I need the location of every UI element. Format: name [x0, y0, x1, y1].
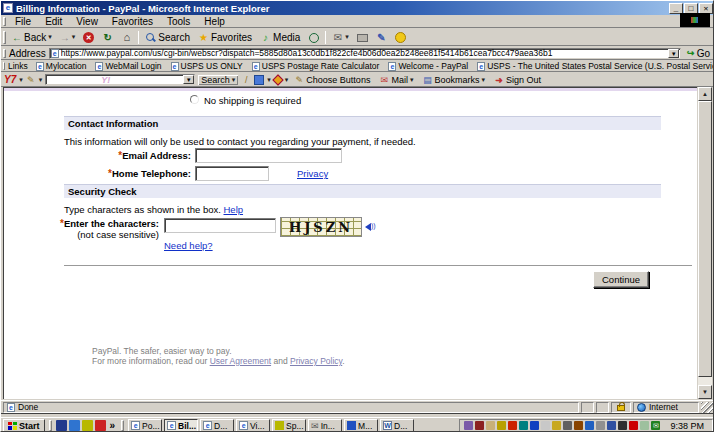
yahoo-mail-button[interactable]: ✉ Mail ▾: [376, 75, 416, 85]
minimize-button[interactable]: _: [669, 3, 683, 14]
tray-icon-6[interactable]: [519, 421, 528, 430]
privacy-link[interactable]: Privacy: [297, 168, 328, 179]
quicklaunch-icon-4[interactable]: [95, 420, 106, 431]
yahoo-antispy-icon[interactable]: [272, 74, 283, 85]
yahoo-apps-icon[interactable]: [254, 75, 264, 85]
yahoo-logo[interactable]: Y7: [4, 74, 16, 85]
tray-icon-7[interactable]: [530, 421, 539, 430]
help-link[interactable]: Help: [223, 204, 243, 215]
yahoo-pencil-icon[interactable]: ✎: [26, 75, 36, 85]
tray-icon-14[interactable]: [607, 421, 616, 430]
menu-grip[interactable]: [3, 17, 6, 26]
history-button[interactable]: [304, 31, 323, 44]
task-button-inbox[interactable]: ✉In...: [308, 419, 342, 432]
task-button-1[interactable]: ePo...: [128, 419, 162, 432]
task-button-7[interactable]: M...: [344, 419, 378, 432]
tray-icon-3[interactable]: [486, 421, 495, 430]
scroll-up-icon[interactable]: ▲: [698, 87, 712, 101]
edit-button[interactable]: ✎: [372, 31, 391, 44]
search-button[interactable]: Search: [141, 31, 194, 44]
menu-help[interactable]: Help: [197, 15, 232, 28]
menu-view[interactable]: View: [69, 15, 105, 28]
menu-tools[interactable]: Tools: [160, 15, 197, 28]
tray-icon-4[interactable]: [497, 421, 506, 430]
menu-favorites[interactable]: Favorites: [105, 15, 160, 28]
messenger-button[interactable]: [391, 31, 410, 44]
tray-volume-icon[interactable]: [574, 421, 583, 430]
captcha-input[interactable]: [164, 218, 276, 233]
tray-network-icon[interactable]: [585, 421, 594, 430]
print-button[interactable]: [353, 31, 372, 43]
tray-icon-13[interactable]: [596, 421, 605, 430]
scrollbar-thumb[interactable]: [698, 101, 712, 377]
go-button[interactable]: ↪ Go: [684, 48, 713, 59]
menu-edit[interactable]: Edit: [38, 15, 69, 28]
tray-icon-1[interactable]: [464, 421, 473, 430]
yahoo-sign-out-button[interactable]: ➜ Sign Out: [491, 75, 544, 85]
yahoo-bookmarks-button[interactable]: ▤ Bookmarks ▾: [419, 75, 488, 85]
back-button[interactable]: ← Back ▾: [8, 31, 56, 44]
link-welcome-paypal[interactable]: eWelcome - PayPal: [388, 61, 468, 71]
address-input[interactable]: e https://www.paypal.com/us/cgi-bin/webs…: [49, 48, 681, 59]
email-field[interactable]: [195, 148, 342, 163]
link-usps-service[interactable]: eUSPS - The United States Postal Service…: [477, 61, 714, 71]
scroll-down-icon[interactable]: ▼: [698, 385, 712, 399]
address-dropdown-icon[interactable]: ▼: [668, 49, 679, 58]
menu-file[interactable]: File: [8, 15, 38, 28]
tray-icon-2[interactable]: [475, 421, 484, 430]
back-dropdown-icon[interactable]: ▾: [48, 33, 52, 41]
refresh-button[interactable]: ↻: [98, 31, 117, 44]
yahoo-logo-dropdown-icon[interactable]: ▾: [19, 76, 23, 84]
yahoo-highlighter-icon[interactable]: /: [241, 75, 251, 85]
privacy-policy-link[interactable]: Privacy Policy: [290, 356, 342, 366]
close-button[interactable]: ✕: [699, 3, 713, 14]
links-grip[interactable]: [3, 62, 5, 70]
quicklaunch-ie-icon[interactable]: [69, 420, 80, 431]
task-button-4[interactable]: eVi...: [236, 419, 270, 432]
start-button[interactable]: Start: [3, 419, 45, 432]
url-text[interactable]: https://www.paypal.com/us/cgi-bin/webscr…: [61, 48, 666, 58]
yahoo-search-input[interactable]: Y! ▼: [45, 74, 195, 85]
taskbar-grip[interactable]: [121, 420, 124, 431]
forward-dropdown-icon[interactable]: ▾: [72, 33, 76, 41]
yahoo-antispy-dropdown-icon[interactable]: ▾: [285, 76, 289, 84]
restore-button[interactable]: □: [684, 3, 698, 14]
taskbar-grip[interactable]: [49, 420, 52, 431]
tray-icon-16[interactable]: [629, 421, 638, 430]
link-webmail-login[interactable]: eWebMail Login: [95, 61, 161, 71]
media-button[interactable]: ♪ Media: [256, 31, 304, 44]
yahoo-apps-dropdown-icon[interactable]: ▾: [267, 76, 271, 84]
quicklaunch-icon-1[interactable]: [56, 420, 67, 431]
yahoo-search-button-dropdown-icon[interactable]: ▾: [232, 76, 236, 84]
link-mylocation[interactable]: eMylocation: [36, 61, 87, 71]
continue-button[interactable]: Continue: [593, 271, 649, 288]
stop-button[interactable]: ✕: [79, 31, 98, 44]
yahoo-mail-dropdown-icon[interactable]: ▾: [410, 76, 414, 84]
yahoo-search-button[interactable]: Search ▾: [198, 75, 238, 85]
task-button-word[interactable]: WD...: [380, 419, 414, 432]
tray-icon-5[interactable]: [508, 421, 517, 430]
vertical-scrollbar[interactable]: ▲ ▼: [698, 87, 712, 399]
favorites-button[interactable]: ★ Favorites: [194, 31, 256, 44]
forward-button[interactable]: → ▾: [56, 31, 80, 44]
yahoo-pencil-dropdown-icon[interactable]: ▾: [39, 76, 43, 84]
task-button-5[interactable]: Sp...: [272, 419, 306, 432]
need-help-link[interactable]: Need help?: [164, 240, 213, 251]
link-usps-rate-calculator[interactable]: eUSPS Postage Rate Calculator: [252, 61, 380, 71]
task-button-billing-active[interactable]: eBil...: [164, 419, 198, 432]
tray-icon-9[interactable]: [552, 421, 561, 430]
mail-button[interactable]: ✉ ▾: [328, 31, 353, 44]
task-button-3[interactable]: eD...: [200, 419, 234, 432]
home-button[interactable]: ⌂: [117, 31, 136, 44]
no-shipping-radio[interactable]: [190, 95, 199, 104]
yahoo-bookmarks-dropdown-icon[interactable]: ▾: [481, 76, 485, 84]
yahoo-search-dropdown-icon[interactable]: ▼: [183, 75, 194, 84]
quicklaunch-overflow-chevron[interactable]: »: [110, 420, 116, 431]
tray-display-icon[interactable]: [618, 421, 627, 430]
tray-icon-8[interactable]: [541, 421, 550, 430]
address-grip[interactable]: [3, 49, 6, 58]
choose-buttons-button[interactable]: ✎ Choose Buttons: [291, 75, 373, 85]
user-agreement-link[interactable]: User Agreement: [210, 356, 271, 366]
phone-field[interactable]: [195, 166, 269, 181]
tray-icon-10[interactable]: [563, 421, 572, 430]
